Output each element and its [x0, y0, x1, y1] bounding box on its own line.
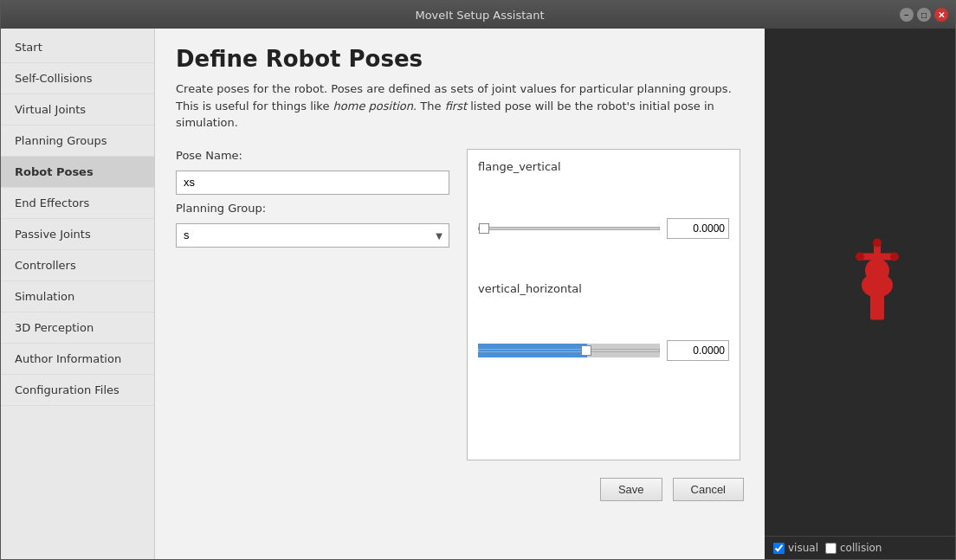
- maximize-button[interactable]: □: [917, 8, 931, 22]
- visual-checkbox-label[interactable]: visual: [773, 542, 818, 554]
- svg-point-5: [856, 253, 864, 261]
- titlebar: MoveIt Setup Assistant − □ ✕: [1, 1, 955, 29]
- collision-label: collision: [840, 542, 882, 554]
- joint-slider-row-1: [478, 218, 729, 239]
- planning-group-wrapper: s ▼: [176, 223, 449, 248]
- sidebar-item-controllers[interactable]: Controllers: [1, 250, 154, 281]
- svg-point-8: [873, 239, 882, 248]
- collision-checkbox[interactable]: [825, 543, 836, 554]
- robot-svg: [834, 229, 920, 333]
- joint-value-flange-vertical[interactable]: [667, 218, 729, 239]
- visual-label: visual: [788, 542, 818, 554]
- window-controls: − □ ✕: [900, 8, 948, 22]
- joint-value-vertical-horizontal[interactable]: [667, 340, 729, 361]
- sidebar: StartSelf-CollisionsVirtual JointsPlanni…: [1, 29, 155, 559]
- visual-checkbox[interactable]: [773, 543, 785, 554]
- robot-visual: [834, 229, 920, 336]
- page-title: Define Robot Poses: [176, 46, 744, 72]
- minimize-button[interactable]: −: [900, 8, 914, 22]
- description-em1: home position: [333, 100, 413, 113]
- joint-slider-vertical-horizontal[interactable]: [478, 344, 660, 357]
- joint-item-flange-vertical: flange_vertical: [478, 160, 729, 239]
- sidebar-item-passive-joints[interactable]: Passive Joints: [1, 219, 154, 250]
- planning-group-label: Planning Group:: [176, 202, 453, 215]
- svg-point-6: [890, 253, 899, 261]
- joint-name-flange-vertical: flange_vertical: [478, 160, 729, 173]
- page-description: Create poses for the robot. Poses are de…: [176, 80, 744, 132]
- sidebar-item-self-collisions[interactable]: Self-Collisions: [1, 63, 154, 94]
- description-text-mid: . The: [413, 100, 445, 113]
- cancel-button[interactable]: Cancel: [673, 478, 744, 501]
- joint-slider-flange-vertical[interactable]: [478, 222, 660, 235]
- viewport-canvas: [765, 29, 955, 536]
- sidebar-item-planning-groups[interactable]: Planning Groups: [1, 126, 154, 157]
- app-window: MoveIt Setup Assistant − □ ✕ StartSelf-C…: [0, 0, 956, 560]
- collision-checkbox-label[interactable]: collision: [825, 542, 882, 554]
- sidebar-item-robot-poses[interactable]: Robot Poses: [1, 157, 154, 188]
- close-button[interactable]: ✕: [934, 8, 948, 22]
- sidebar-item-start[interactable]: Start: [1, 32, 154, 63]
- action-row: Save Cancel: [176, 478, 744, 501]
- viewport-controls: visual collision: [765, 536, 955, 559]
- window-title: MoveIt Setup Assistant: [60, 9, 900, 22]
- sidebar-item-end-effectors[interactable]: End Effectors: [1, 188, 154, 219]
- planning-group-select[interactable]: s: [176, 223, 449, 248]
- joint-slider-row-2: [478, 340, 729, 361]
- joint-name-vertical-horizontal: vertical_horizontal: [478, 282, 729, 295]
- form-section: Pose Name: Planning Group: s ▼ flange_ve…: [176, 149, 744, 460]
- joint-item-vertical-horizontal: vertical_horizontal: [478, 282, 729, 361]
- main-content: StartSelf-CollisionsVirtual JointsPlanni…: [1, 29, 955, 559]
- sidebar-item-simulation[interactable]: Simulation: [1, 281, 154, 312]
- save-button[interactable]: Save: [600, 478, 662, 501]
- form-left: Pose Name: Planning Group: s ▼: [176, 149, 453, 248]
- viewport: visual collision: [765, 29, 955, 559]
- content-area: Define Robot Poses Create poses for the …: [155, 29, 765, 559]
- sidebar-item-virtual-joints[interactable]: Virtual Joints: [1, 94, 154, 126]
- sidebar-item-configuration-files[interactable]: Configuration Files: [1, 375, 154, 406]
- pose-name-label: Pose Name:: [176, 149, 453, 162]
- description-em2: first: [445, 100, 467, 113]
- sidebar-item-author-information[interactable]: Author Information: [1, 344, 154, 375]
- pose-name-input[interactable]: [176, 171, 449, 195]
- joint-panel: flange_vertical vertical_horizontal: [467, 149, 740, 460]
- sidebar-item-3d-perception[interactable]: 3D Perception: [1, 312, 154, 344]
